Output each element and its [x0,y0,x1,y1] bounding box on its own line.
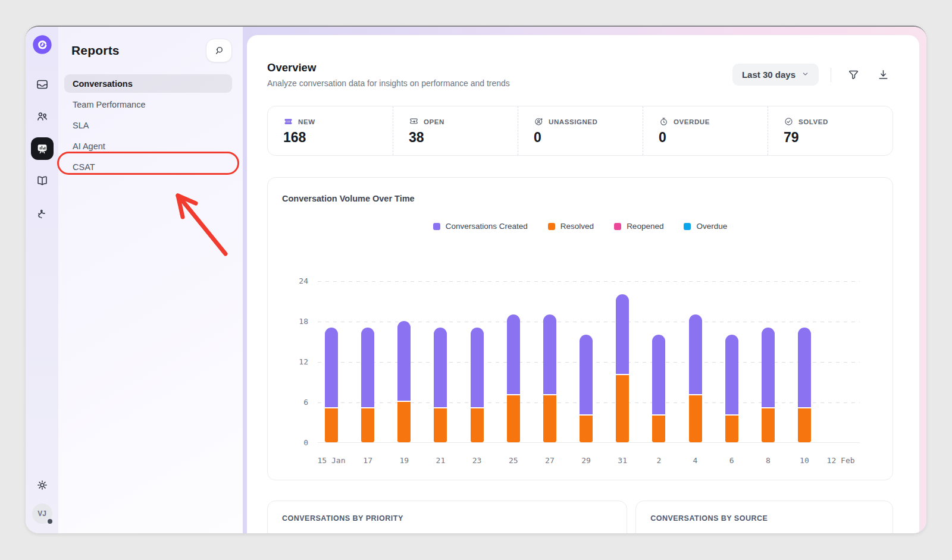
download-icon [877,68,890,81]
stat-open: OPEN38 [393,106,518,155]
rail-item-contacts[interactable] [31,105,54,128]
legend-swatch-icon [548,223,555,230]
reports-sidebar: Reports ConversationsTeam PerformanceSLA… [58,27,243,533]
y-tick-label: 0 [286,438,308,447]
y-tick-label: 18 [286,317,308,326]
x-axis-line [318,442,860,443]
inbox-icon [36,78,49,91]
legend-label: Overdue [696,222,727,231]
stat-new: NEW168 [268,106,393,155]
sidebar-title: Reports [71,43,120,58]
rail-item-reports[interactable] [31,137,54,160]
bar-segment-resolved [762,408,775,442]
bar-segment-created [616,294,629,374]
bar-8 [762,328,775,442]
download-button[interactable] [873,65,893,85]
stat-label: OVERDUE [674,118,710,125]
stat-label: OPEN [424,118,444,125]
sidebar-item-conversations[interactable]: Conversations [64,74,232,93]
legend-swatch-icon [614,223,621,230]
unassigned-icon [534,117,544,127]
bar-23 [471,328,484,442]
bar-segment-created [361,328,374,407]
knowledge-base-icon [36,174,49,187]
bar-segment-created [798,328,811,407]
rail-item-knowledge-base[interactable] [31,169,54,192]
date-range-select[interactable]: Last 30 days [732,64,819,86]
legend-item-conversations-created[interactable]: Conversations Created [433,222,528,231]
main-pane: Overview Analyze conversation data for i… [243,27,926,533]
x-tick-label: 12 Feb [816,456,866,465]
sidebar-item-label: Team Performance [73,100,146,109]
bar-10 [798,328,811,442]
stat-overdue: OVERDUE0 [643,106,768,155]
bar-segment-created [434,328,447,407]
page-subtitle: Analyze conversation data for insights o… [267,78,510,88]
stat-label: UNASSIGNED [549,118,597,125]
stat-label: NEW [298,118,315,125]
bar-segment-created [325,328,338,407]
sidebar-item-label: Conversations [73,79,133,89]
rail-item-campaigns[interactable] [31,202,54,224]
bar-segment-created [762,328,775,407]
bar-6 [725,335,738,442]
bar-segment-created [397,321,411,401]
bar-segment-resolved [725,416,738,442]
legend-item-resolved[interactable]: Resolved [548,222,594,231]
bar-segment-resolved [397,402,411,442]
page-title: Overview [267,61,510,74]
stat-value: 168 [283,130,393,146]
legend-swatch-icon [684,223,691,230]
y-tick-label: 24 [286,276,308,285]
contacts-icon [36,110,49,123]
ticket-new-icon [283,117,293,127]
bar-segment-created [471,328,484,407]
search-button[interactable] [206,39,232,62]
legend-label: Resolved [560,222,594,231]
bar-segment-created [543,314,556,394]
bar-segment-created [725,335,738,414]
bar-segment-resolved [580,416,593,442]
bar-segment-created [652,335,665,414]
bar-segment-resolved [507,395,520,442]
settings-button[interactable] [32,475,52,495]
sidebar-item-sla[interactable]: SLA [64,116,232,134]
bar-segment-created [580,335,593,414]
bar-25 [507,314,520,442]
legend-label: Reopened [627,222,663,231]
sidebar-item-ai-agent[interactable]: AI Agent [64,137,232,155]
rail-item-inbox[interactable] [31,73,54,96]
chart-title: Conversation Volume Over Time [282,194,415,203]
stat-value: 38 [409,130,518,146]
app-logo-icon[interactable] [32,34,53,55]
date-range-label: Last 30 days [742,70,796,80]
legend-item-overdue[interactable]: Overdue [684,222,727,231]
legend-item-reopened[interactable]: Reopened [614,222,663,231]
chart-plot: 0612182415 Jan171921232527293124681012 F… [318,281,860,443]
bar-17 [361,328,374,442]
bar-segment-resolved [689,395,702,442]
stat-solved: SOLVED79 [768,106,892,155]
bar-2 [652,335,665,442]
bar-19 [397,321,411,442]
bar-segment-resolved [325,408,338,442]
bar-segment-resolved [798,408,811,442]
content-card: Overview Analyze conversation data for i… [247,35,919,533]
sidebar-item-label: AI Agent [73,141,105,151]
stats-row: NEW168OPEN38UNASSIGNED0OVERDUE0SOLVED79 [267,106,893,156]
sidebar-item-csat[interactable]: CSAT [64,158,232,176]
icon-rail: VJ [26,27,58,533]
filter-button[interactable] [843,65,863,85]
legend-swatch-icon [433,223,440,230]
y-tick-label: 6 [286,398,308,407]
card-title: CONVERSATIONS BY PRIORITY [282,514,612,523]
avatar[interactable]: VJ [32,504,52,524]
chevron-down-icon [801,70,809,80]
stat-unassigned: UNASSIGNED0 [518,106,643,155]
campaigns-icon [36,206,49,219]
bar-segment-resolved [616,375,629,442]
filter-icon [847,68,860,81]
bar-segment-created [507,314,520,394]
bar-segment-resolved [361,408,374,442]
sidebar-item-team-performance[interactable]: Team Performance [64,95,232,114]
